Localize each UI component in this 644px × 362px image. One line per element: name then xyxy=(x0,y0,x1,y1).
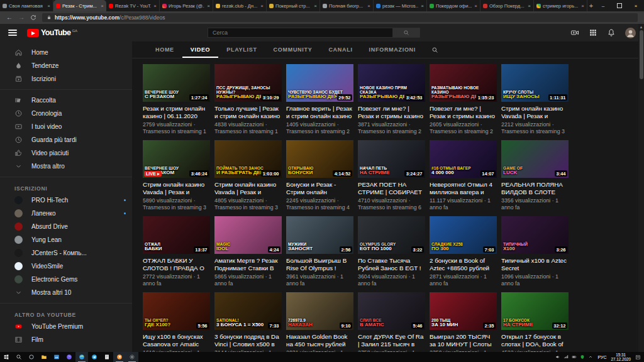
viber-icon[interactable] xyxy=(63,352,75,362)
create-video-icon[interactable] xyxy=(570,28,579,37)
video-title[interactable]: Резак и стрим онлайн казино | 06.11.2020 xyxy=(143,105,210,120)
tray-volume-icon[interactable] xyxy=(555,354,560,359)
start-icon[interactable] xyxy=(0,352,13,362)
sidebar-item-youtube-premium[interactable]: YouTube Premium xyxy=(0,320,132,333)
forward-button[interactable]: → xyxy=(18,14,25,21)
channel-tab-canali[interactable]: CANALI xyxy=(320,41,360,58)
sidebar-item-video-piaciuti[interactable]: Video piaciuti xyxy=(0,146,132,160)
video-title[interactable]: РЕЗАК ПОЕТ НА СТРИМЕ | СОБИРАЕТ ДИЗЛАЙКИ… xyxy=(358,181,425,196)
tab-close-icon[interactable]: × xyxy=(313,3,317,9)
tab-close-icon[interactable]: × xyxy=(367,3,370,9)
refresh-button[interactable] xyxy=(30,14,36,21)
video-card[interactable]: OLYMPUS GLORYEGT ПО 10003:22По Ставке Ты… xyxy=(358,216,425,287)
tab-close-icon[interactable]: × xyxy=(580,3,584,9)
channel-tab-home[interactable]: HOME xyxy=(147,41,182,58)
video-thumbnail[interactable]: 726973.9НАКАЗАН9:10 xyxy=(286,292,353,330)
tray-battery-icon[interactable] xyxy=(572,354,577,359)
scrollbar-up-arrow[interactable]: ▲ xyxy=(638,24,644,30)
video-card[interactable]: ЧУВСТВУЮ ЗАНОС БУДЕТРАЗЫГРЫВАЮ ДЕНЬГИ29:… xyxy=(286,64,353,134)
sidebar-item-cronologia[interactable]: Cronologia xyxy=(0,107,132,120)
sidebar-subscription-item[interactable]: Yung Lean xyxy=(0,233,132,246)
video-title[interactable]: Невероятно! Отмыл 4 миллиона вагера и по… xyxy=(430,181,497,196)
notes-icon[interactable] xyxy=(101,352,113,362)
video-card[interactable]: СЛИЛ ВСЕВ AMATIC5:46Слот ДУРАК Eye Of Ra… xyxy=(358,292,425,352)
video-title[interactable]: Типичный x100 в Aztec Secret xyxy=(501,257,569,272)
video-card[interactable]: НАЧАЛ ПЕТЬНА СТРИМЕ3:24:27РЕЗАК ПОЕТ НА … xyxy=(358,140,425,211)
taskbar-clock[interactable]: 15:31 27.12.2020 xyxy=(611,353,631,361)
video-thumbnail[interactable]: ВЕЧЕРНЕЕ ШОУС РЕЗАКОМLIVE3:46:24 xyxy=(143,140,210,178)
cortana-icon[interactable] xyxy=(25,352,38,362)
tray-chevron-up-icon[interactable] xyxy=(588,354,593,359)
video-card[interactable]: ТЫ ОХ*ЕЛ?ГДЕ X100?5:56Ищу x100 в бонуска… xyxy=(143,292,210,352)
video-title[interactable]: Открыл 17 бонусок в слотах | DOA, Book o… xyxy=(501,333,569,348)
video-card[interactable]: ТИПИЧНЫЙX1003:26Типичный x100 в Aztec Se… xyxy=(501,216,569,287)
telegram-icon[interactable] xyxy=(88,352,101,362)
video-thumbnail[interactable]: 200 ТЫЩЗА 10 МИН2:35 xyxy=(430,292,497,330)
video-card[interactable]: SATIONAL!3 БОНУСА 1 = X5007:333 бонуски … xyxy=(214,292,282,352)
video-card[interactable]: НОВОЕ КАЗИНО ПРЯМ СКАЗКАРАЗЫГРЫВАЮ ДЕНЬГ… xyxy=(358,64,425,134)
tab-close-icon[interactable]: × xyxy=(100,3,104,9)
video-thumbnail[interactable]: ТИПИЧНЫЙX1003:26 xyxy=(501,216,569,254)
tab-close-icon[interactable]: × xyxy=(206,3,210,9)
video-thumbnail[interactable]: MAGICIDOL4:24 xyxy=(214,216,282,254)
scrollbar-thumb[interactable] xyxy=(640,30,643,79)
video-title[interactable]: Выиграл 200 ТЫСЯЧ за 10 МИНУТ | Слоты Dr… xyxy=(430,333,497,348)
video-thumbnail[interactable]: #16 ОТМЫЛ ВАГЕР4 000 00014:07 xyxy=(430,140,497,178)
sidebar-subscription-item[interactable]: Absurd Drive xyxy=(0,220,132,233)
tab-close-icon[interactable]: × xyxy=(474,3,477,9)
action-center-icon[interactable] xyxy=(635,354,641,360)
browser-tab[interactable]: Обзор Покерд...× xyxy=(480,0,534,11)
url-field[interactable]: https://www.youtube.com/c/Резак988/video… xyxy=(42,13,638,22)
search-button[interactable] xyxy=(393,28,420,38)
video-card[interactable]: 726973.9НАКАЗАН9:10Наказал Golden Book н… xyxy=(286,292,353,352)
video-title[interactable]: РЕАЛЬНАЯ ПОЛЯНА ВИЛДОВ В СЛОТЕ GAME O... xyxy=(501,181,569,196)
channel-search-icon[interactable] xyxy=(424,41,446,58)
video-card[interactable]: КРУЧУ СЛОТЫИЩУ ЗАНОСЫ1:11:31Стрим онлайн… xyxy=(501,64,569,134)
video-title[interactable]: Главное верить | Резак и стрим онлайн ка… xyxy=(286,105,353,120)
sidebar-item-show-more-channels[interactable]: Mostra altri 10 xyxy=(0,286,132,299)
video-thumbnail[interactable]: МУЖИКИЗАНОСЯТ2:56 xyxy=(286,216,353,254)
sidebar-item-iscrizioni[interactable]: Iscrizioni xyxy=(0,72,132,85)
video-card[interactable]: ОТЖАЛБАБКИ13:37ОТЖАЛ БАБКИ У СЛОТОВ ! ПР… xyxy=(143,216,210,287)
tab-close-icon[interactable]: × xyxy=(47,3,50,9)
browser-tab[interactable]: Игорь Резак (@...× xyxy=(160,0,213,11)
video-title[interactable]: По Ставке Тысяча Рублей Занос В EGT ! Ol… xyxy=(358,257,425,272)
video-title[interactable]: Стрим онлайн казино Vavada | Резак и роз… xyxy=(214,181,282,196)
browser-tab[interactable]: rezak.club - Дн...× xyxy=(213,0,267,11)
tab-close-icon[interactable]: × xyxy=(527,3,531,9)
sidebar-subscription-item[interactable]: VideoSmile xyxy=(0,260,132,273)
sidebar-subscription-item[interactable]: Electronic Gems xyxy=(0,273,132,286)
youtube-logo[interactable]: YouTube GA xyxy=(27,28,77,37)
tray-shield-icon[interactable] xyxy=(580,354,585,359)
sidebar-item-film[interactable]: Film xyxy=(0,333,132,346)
video-card[interactable]: 200 ТЫЩЗА 10 МИН2:35Выиграл 200 ТЫСЯЧ за… xyxy=(430,292,497,352)
video-thumbnail[interactable]: SATIONAL!3 БОНУСА 1 = X5007:33 xyxy=(214,292,282,330)
video-card[interactable]: ОТКРЫВАЮБОНУСКИ4:14:52Бонуски и Резак - … xyxy=(286,140,353,211)
menu-icon[interactable] xyxy=(8,30,17,36)
channel-tab-video[interactable]: VIDEO xyxy=(182,41,219,58)
sidebar-item-i-tuoi-video[interactable]: I tuoi video xyxy=(0,120,132,133)
video-title[interactable]: 3 бонуски подряд в Da Vinci | Словил x50… xyxy=(214,333,282,348)
channel-tab-informazioni[interactable]: INFORMAZIONI xyxy=(361,41,424,58)
browser-tab[interactable]: Rezak TV - YouT...× xyxy=(106,0,160,11)
video-card[interactable]: MAGICIDOL4:24Аматик Мертв ? Резак Подним… xyxy=(214,216,282,287)
browser-tab[interactable]: Покерный стр...× xyxy=(267,0,320,11)
sidebar-item-raccolta[interactable]: Raccolta xyxy=(0,94,132,107)
sidebar-subscription-item[interactable]: PRO Hi-Tech xyxy=(0,194,132,207)
video-title[interactable]: Наказал Golden Book на 450 тысяч рублей xyxy=(286,333,353,348)
video-title[interactable]: Только лучшие | Резак и стрим онлайн каз… xyxy=(214,105,282,120)
video-title[interactable]: Стрим онлайн казино Vavada | Резак и зан… xyxy=(501,105,569,120)
video-title[interactable]: 2 бонуски в Book of Aztec +88500 рублей xyxy=(430,257,497,272)
sidebar-item-mostra-altro[interactable]: Mostra altro xyxy=(0,160,132,173)
video-thumbnail[interactable]: ОТЖАЛБАБКИ13:37 xyxy=(143,216,210,254)
video-title[interactable]: Стрим онлайн казино Vavada | Резак и зан… xyxy=(143,181,210,196)
video-thumbnail[interactable]: РАЗМАТЫВАЮ НОВОЕ КАЗИНОРАЗЫГРЫВАЮ ДЕНЬГИ… xyxy=(430,64,497,102)
video-card[interactable]: МУЖИКИЗАНОСЯТ2:56Большой Выигрыш В Rise … xyxy=(286,216,353,287)
video-thumbnail[interactable]: GAME OFLUCK3:44 xyxy=(501,140,569,178)
explorer-icon[interactable] xyxy=(38,352,50,362)
video-thumbnail[interactable]: ОТКРЫВАЮБОНУСКИ4:14:52 xyxy=(286,140,353,178)
new-tab-button[interactable]: + xyxy=(587,0,595,11)
taskbar-search-icon[interactable] xyxy=(13,352,25,362)
photos-icon[interactable] xyxy=(50,352,63,362)
video-card[interactable]: ПОЙМАТЬ ТОП ЗАНОСИ РАЗЫГРАТЬ ДЕНЕГ1:03:0… xyxy=(214,140,282,211)
